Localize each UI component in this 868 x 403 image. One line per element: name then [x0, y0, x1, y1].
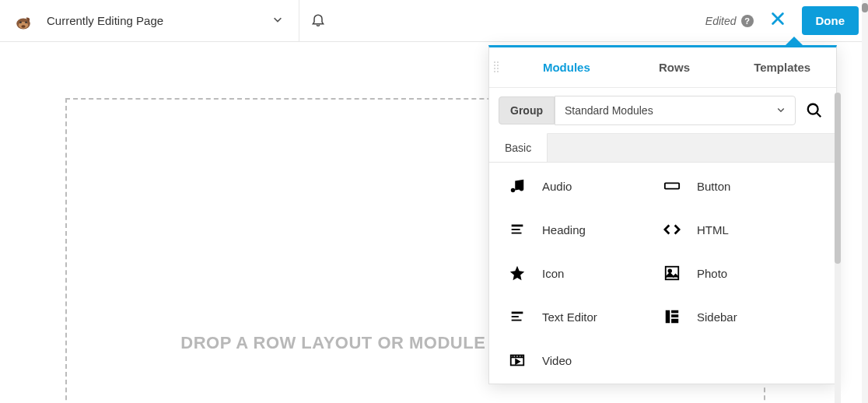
- svg-rect-8: [512, 229, 520, 230]
- module-video[interactable]: Video: [508, 351, 663, 370]
- photo-icon: [663, 264, 681, 282]
- tab-templates[interactable]: Templates: [728, 61, 836, 74]
- edit-status: Edited: [705, 15, 737, 27]
- svg-point-4: [21, 25, 25, 28]
- help-icon[interactable]: ?: [741, 15, 754, 27]
- app-logo: [9, 9, 37, 33]
- module-label: Text Editor: [542, 310, 597, 324]
- module-html[interactable]: HTML: [663, 220, 817, 239]
- scrollbar-thumb[interactable]: [862, 3, 868, 12]
- music-note-icon: [508, 177, 527, 195]
- close-panel-button[interactable]: [766, 9, 789, 33]
- module-icon[interactable]: Icon: [508, 264, 663, 282]
- panel-arrow: [785, 37, 803, 46]
- panel-scrollbar[interactable]: [835, 93, 841, 403]
- scrollbar-thumb[interactable]: [835, 93, 841, 264]
- svg-rect-9: [512, 233, 522, 234]
- svg-rect-16: [671, 310, 678, 314]
- svg-rect-14: [512, 320, 522, 321]
- code-icon: [663, 220, 681, 239]
- tab-modules[interactable]: Modules: [513, 61, 621, 74]
- page-scrollbar[interactable]: [862, 0, 868, 403]
- chevron-down-icon[interactable]: [268, 9, 288, 32]
- module-heading[interactable]: Heading: [508, 220, 663, 239]
- module-audio[interactable]: Audio: [508, 177, 663, 195]
- section-tabs: Basic: [489, 134, 836, 163]
- svg-rect-17: [671, 314, 678, 317]
- content-panel: Modules Rows Templates Group Standard Mo…: [488, 45, 837, 384]
- section-tab-basic[interactable]: Basic: [489, 133, 548, 162]
- modules-grid: Audio Button Heading HTML Icon Photo Tex…: [489, 163, 836, 384]
- tab-rows[interactable]: Rows: [621, 61, 729, 74]
- module-label: HTML: [697, 223, 729, 237]
- select-value: Standard Modules: [565, 104, 653, 117]
- module-label: Audio: [542, 180, 572, 193]
- panel-drag-handle[interactable]: [494, 61, 499, 72]
- module-photo[interactable]: Photo: [663, 264, 817, 282]
- module-label: Icon: [542, 267, 564, 280]
- svg-rect-7: [512, 225, 523, 227]
- svg-rect-6: [665, 183, 679, 188]
- module-label: Video: [542, 354, 572, 367]
- module-group-select[interactable]: Standard Modules: [555, 96, 796, 125]
- module-label: Button: [697, 180, 730, 193]
- svg-point-5: [808, 104, 818, 114]
- notifications-button[interactable]: [310, 12, 326, 30]
- divider: [299, 0, 299, 42]
- text-lines-icon: [508, 307, 527, 326]
- button-icon: [663, 177, 681, 195]
- svg-rect-10: [666, 267, 679, 280]
- search-button[interactable]: [802, 98, 827, 123]
- page-title: Currently Editing Page: [47, 14, 163, 27]
- panel-tabs: Modules Rows Templates: [489, 47, 836, 88]
- svg-rect-18: [671, 319, 678, 324]
- svg-rect-15: [666, 310, 670, 324]
- heading-icon: [508, 220, 527, 239]
- svg-point-3: [25, 21, 27, 23]
- star-icon: [508, 264, 527, 282]
- module-label: Sidebar: [697, 310, 737, 324]
- module-text-editor[interactable]: Text Editor: [508, 307, 663, 326]
- svg-rect-13: [512, 316, 519, 317]
- group-toggle[interactable]: Group: [499, 96, 555, 124]
- svg-rect-12: [512, 312, 523, 314]
- svg-point-11: [668, 269, 671, 272]
- chevron-down-icon: [776, 105, 786, 117]
- top-bar: Currently Editing Page Edited ? Done: [0, 0, 868, 42]
- sidebar-icon: [663, 307, 681, 326]
- panel-filter-row: Group Standard Modules: [489, 88, 836, 134]
- page-title-selector[interactable]: Currently Editing Page: [47, 9, 288, 32]
- module-sidebar[interactable]: Sidebar: [663, 307, 817, 326]
- module-label: Heading: [542, 223, 586, 237]
- module-label: Photo: [697, 267, 727, 280]
- video-icon: [508, 351, 527, 370]
- done-button[interactable]: Done: [802, 6, 859, 35]
- module-button[interactable]: Button: [663, 177, 817, 195]
- svg-point-2: [19, 21, 22, 23]
